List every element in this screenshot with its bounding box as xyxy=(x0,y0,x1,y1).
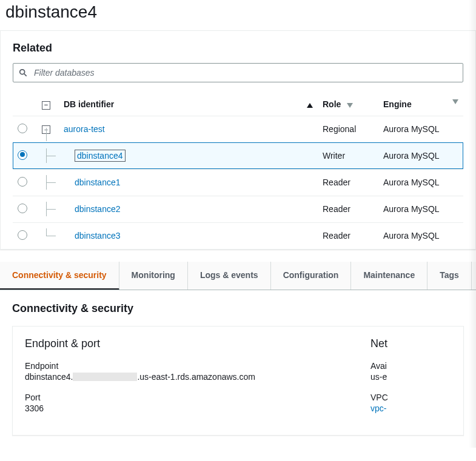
svg-line-1 xyxy=(24,74,27,76)
row-radio[interactable] xyxy=(18,124,27,133)
tree-line xyxy=(46,128,47,142)
networking-heading: Net xyxy=(370,337,451,350)
db-identifier-link[interactable]: aurora-test xyxy=(64,124,105,134)
tree-line xyxy=(46,182,56,183)
col-engine[interactable]: Engine xyxy=(378,93,463,116)
svg-point-0 xyxy=(20,70,25,75)
table-row[interactable]: dbinstance4 Writer Aurora MySQL xyxy=(13,142,463,169)
endpoint-value: dbinstance4. .us-east-1.rds.amazonaws.co… xyxy=(25,372,334,382)
row-engine: Aurora MySQL xyxy=(378,116,463,142)
endpoint-redacted xyxy=(73,373,137,381)
col-engine-label: Engine xyxy=(383,99,412,109)
vpc-label: VPC xyxy=(370,393,451,402)
page-title: dbinstance4 xyxy=(0,0,476,30)
row-engine: Aurora MySQL xyxy=(378,169,463,196)
filter-databases-input[interactable] xyxy=(13,63,463,82)
sort-icon xyxy=(452,99,458,104)
table-row[interactable]: dbinstance3 Reader Aurora MySQL xyxy=(13,222,463,249)
db-identifier-link[interactable]: dbinstance1 xyxy=(75,177,121,187)
tab-connectivity-security[interactable]: Connectivity & security xyxy=(0,262,119,290)
tree-line xyxy=(46,236,56,236)
databases-table: − DB identifier Role Engine xyxy=(13,93,463,249)
networking-column: Net Avai us-e VPC vpc- xyxy=(370,337,451,424)
tab-configuration[interactable]: Configuration xyxy=(271,262,352,290)
tree-line xyxy=(46,209,56,210)
detail-columns: Endpoint & port Endpoint dbinstance4. .u… xyxy=(12,326,464,436)
row-radio[interactable] xyxy=(18,150,27,160)
tab-tags[interactable]: Tags xyxy=(427,262,472,290)
col-select xyxy=(13,93,37,116)
sort-icon xyxy=(347,103,353,108)
col-role-label: Role xyxy=(323,99,341,109)
sort-asc-icon xyxy=(307,103,313,108)
table-row[interactable]: − aurora-test Regional Aurora MySQL xyxy=(13,116,463,142)
vpc-link[interactable]: vpc- xyxy=(370,403,451,413)
endpoint-port-column: Endpoint & port Endpoint dbinstance4. .u… xyxy=(25,337,334,424)
table-row[interactable]: dbinstance1 Reader Aurora MySQL xyxy=(13,169,463,196)
col-role[interactable]: Role xyxy=(318,93,378,116)
tab-maintenance[interactable]: Maintenance xyxy=(351,262,427,290)
endpoint-port-heading: Endpoint & port xyxy=(25,337,334,350)
db-identifier-link[interactable]: dbinstance2 xyxy=(75,204,121,214)
row-role: Reader xyxy=(318,169,378,196)
endpoint-label: Endpoint xyxy=(25,361,334,371)
tree-line xyxy=(46,156,56,156)
row-role: Reader xyxy=(318,196,378,222)
row-radio[interactable] xyxy=(18,230,27,240)
row-role: Regional xyxy=(318,116,378,142)
filter-databases-wrap xyxy=(13,63,463,82)
collapse-all-icon[interactable]: − xyxy=(42,101,50,110)
row-role: Reader xyxy=(318,222,378,249)
endpoint-prefix: dbinstance4. xyxy=(25,372,73,382)
az-label: Avai xyxy=(370,361,451,371)
connectivity-security-section: Connectivity & security Endpoint & port … xyxy=(0,290,476,448)
row-radio[interactable] xyxy=(18,204,27,213)
row-radio[interactable] xyxy=(18,177,27,187)
col-db-identifier[interactable]: DB identifier xyxy=(59,93,318,116)
related-panel: Related − DB identifier xyxy=(0,30,476,250)
tab-logs-events[interactable]: Logs & events xyxy=(188,262,271,290)
col-tree: − xyxy=(37,93,59,116)
az-value: us-e xyxy=(370,372,451,382)
port-label: Port xyxy=(25,393,334,402)
detail-tabs: Connectivity & security Monitoring Logs … xyxy=(0,262,476,290)
row-engine: Aurora MySQL xyxy=(378,142,463,169)
row-engine: Aurora MySQL xyxy=(378,196,463,222)
table-row[interactable]: dbinstance2 Reader Aurora MySQL xyxy=(13,196,463,222)
row-engine: Aurora MySQL xyxy=(378,222,463,249)
row-role: Writer xyxy=(318,142,378,169)
tree-line xyxy=(46,228,47,236)
search-icon xyxy=(19,68,27,77)
section-title: Connectivity & security xyxy=(12,302,464,315)
related-heading: Related xyxy=(13,42,463,55)
col-db-identifier-label: DB identifier xyxy=(64,99,114,109)
db-identifier-link[interactable]: dbinstance4 xyxy=(75,150,126,162)
tab-monitoring[interactable]: Monitoring xyxy=(119,262,188,290)
port-value: 3306 xyxy=(25,403,334,413)
endpoint-suffix: .us-east-1.rds.amazonaws.com xyxy=(137,372,255,382)
db-identifier-link[interactable]: dbinstance3 xyxy=(75,231,121,240)
